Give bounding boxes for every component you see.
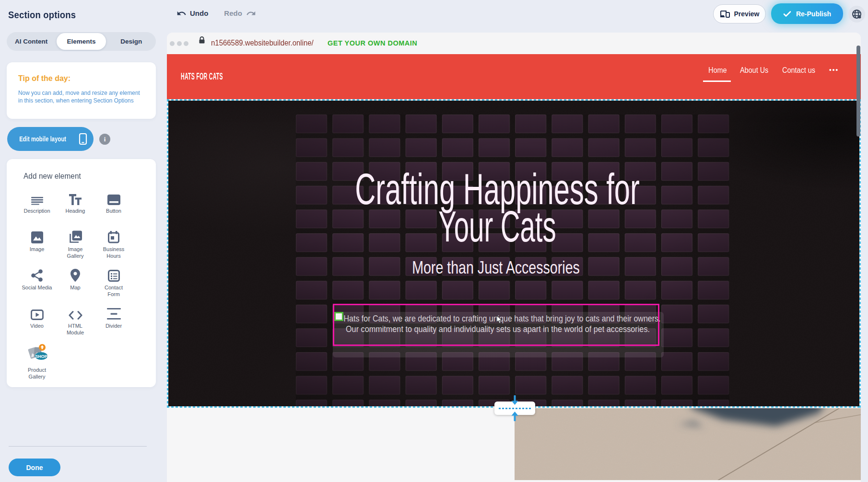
svg-text:SHOP: SHOP	[35, 354, 47, 359]
